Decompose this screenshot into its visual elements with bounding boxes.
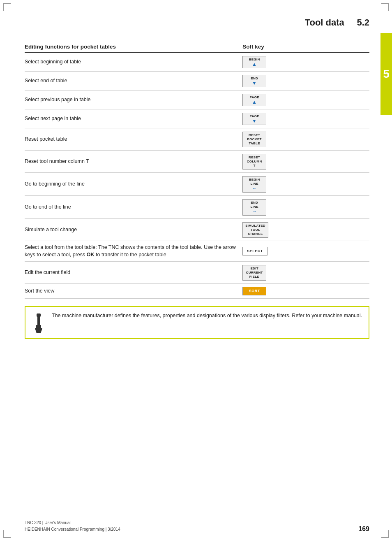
- func-cell-begin-table: Select beginning of table: [25, 53, 238, 72]
- soft-key-reset-pocket[interactable]: RESETPOCKETTABLE: [242, 132, 266, 147]
- table-row: Simulate a tool changeSIMULATEDTOOLCHANG…: [25, 219, 369, 241]
- table-row: Select end of tableEND▼: [25, 72, 369, 91]
- header-title-text: Tool data: [305, 17, 344, 28]
- footer-line2: HEIDENHAIN Conversational Programming | …: [25, 526, 120, 533]
- func-cell-sort-view: Sort the view: [25, 284, 238, 299]
- page-footer: TNC 320 | User's Manual HEIDENHAIN Conve…: [25, 517, 369, 533]
- softkey-cell-next-page: PAGE▼: [238, 109, 369, 128]
- func-cell-next-page: Select next page in table: [25, 109, 238, 128]
- header-title: Tool data 5.2: [305, 17, 369, 28]
- soft-key-next-page[interactable]: PAGE▼: [242, 113, 266, 125]
- soft-key-end-table[interactable]: END▼: [242, 75, 266, 87]
- footer-page: 169: [358, 525, 369, 533]
- svg-rect-1: [37, 313, 40, 326]
- soft-key-begin-table[interactable]: BEGIN▲: [242, 56, 266, 68]
- table-row: Edit the current fieldEDITCURRENTFIELD: [25, 262, 369, 284]
- func-cell-reset-pocket: Reset pocket table: [25, 128, 238, 151]
- softkey-cell-edit-field: EDITCURRENTFIELD: [238, 262, 369, 284]
- table-row: Go to end of the lineENDLINE→: [25, 196, 369, 219]
- footer-left: TNC 320 | User's Manual HEIDENHAIN Conve…: [25, 520, 120, 533]
- functions-table: Editing functions for pocket tables Soft…: [25, 41, 369, 299]
- softkey-cell-end-line: ENDLINE→: [238, 196, 369, 219]
- soft-key-select-tool[interactable]: SELECT: [242, 247, 267, 255]
- main-content: Editing functions for pocket tables Soft…: [25, 41, 369, 339]
- table-row: Reset tool number column TRESETCOLUMNT: [25, 151, 369, 173]
- page-header: Tool data 5.2: [305, 17, 369, 28]
- softkey-cell-prev-page: PAGE▲: [238, 91, 369, 109]
- soft-key-begin-line[interactable]: BEGINLINE←: [242, 176, 266, 193]
- func-cell-begin-line: Go to beginning of the line: [25, 173, 238, 196]
- col-header-softkey: Soft key: [238, 41, 369, 53]
- corner-mark-tr: [381, 3, 389, 11]
- corner-mark-br: [381, 530, 389, 538]
- func-cell-end-table: Select end of table: [25, 72, 238, 91]
- footer-line1: TNC 320 | User's Manual: [25, 520, 120, 526]
- softkey-cell-simulate: SIMULATEDTOOLCHANGE: [238, 219, 369, 241]
- note-box: The machine manufacturer defines the fea…: [25, 306, 369, 339]
- func-cell-select-tool: Select a tool from the tool table: The T…: [25, 241, 238, 262]
- softkey-cell-sort-view: SORT: [238, 284, 369, 299]
- corner-mark-bl: [3, 530, 11, 538]
- softkey-cell-begin-table: BEGIN▲: [238, 53, 369, 72]
- note-icon: [31, 312, 46, 333]
- soft-key-sort-view[interactable]: SORT: [242, 287, 266, 295]
- table-row: Select previous page in tablePAGE▲: [25, 91, 369, 109]
- header-section: 5.2: [357, 17, 369, 28]
- note-text: The machine manufacturer defines the fea…: [52, 312, 362, 320]
- soft-key-end-line[interactable]: ENDLINE→: [242, 199, 266, 216]
- table-row: Select next page in tablePAGE▼: [25, 109, 369, 128]
- softkey-cell-select-tool: SELECT: [238, 241, 369, 262]
- softkey-cell-begin-line: BEGINLINE←: [238, 173, 369, 196]
- func-cell-reset-tool-num: Reset tool number column T: [25, 151, 238, 173]
- softkey-cell-reset-tool-num: RESETCOLUMNT: [238, 151, 369, 173]
- soft-key-simulate[interactable]: SIMULATEDTOOLCHANGE: [242, 222, 268, 238]
- softkey-cell-end-table: END▼: [238, 72, 369, 91]
- chapter-tab: 5: [380, 33, 392, 115]
- corner-mark-tl: [3, 3, 11, 11]
- col-header-func: Editing functions for pocket tables: [25, 41, 238, 53]
- table-row: Sort the viewSORT: [25, 284, 369, 299]
- func-cell-edit-field: Edit the current field: [25, 262, 238, 284]
- soft-key-prev-page[interactable]: PAGE▲: [242, 94, 266, 106]
- soft-key-reset-tool-num[interactable]: RESETCOLUMNT: [242, 154, 266, 169]
- table-row: Reset pocket tableRESETPOCKETTABLE: [25, 128, 369, 151]
- softkey-cell-reset-pocket: RESETPOCKETTABLE: [238, 128, 369, 151]
- svg-rect-3: [36, 325, 41, 329]
- tool-icon: [32, 313, 46, 333]
- soft-key-edit-field[interactable]: EDITCURRENTFIELD: [242, 265, 266, 281]
- table-row: Select beginning of tableBEGIN▲: [25, 53, 369, 72]
- func-cell-simulate: Simulate a tool change: [25, 219, 238, 241]
- table-row: Select a tool from the tool table: The T…: [25, 241, 369, 262]
- chapter-number: 5: [383, 67, 390, 81]
- func-cell-prev-page: Select previous page in table: [25, 91, 238, 109]
- table-row: Go to beginning of the lineBEGINLINE←: [25, 173, 369, 196]
- func-cell-end-line: Go to end of the line: [25, 196, 238, 219]
